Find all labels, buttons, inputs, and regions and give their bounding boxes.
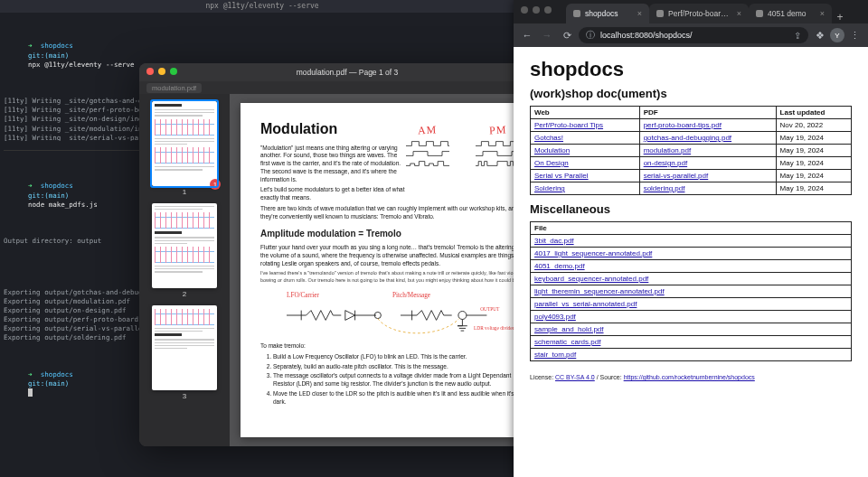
close-icon[interactable]: × — [820, 9, 825, 18]
favicon-icon — [656, 10, 664, 17]
doc-web-link[interactable]: Soldering — [534, 184, 565, 192]
browser-tab[interactable]: Perf/Proto-board Tips× — [649, 4, 749, 23]
doc-web-link[interactable]: Perf/Proto-board Tips — [534, 121, 603, 129]
table-row: Perf/Proto-board Tipsperf-proto-board-ti… — [531, 119, 852, 132]
doc-pdf-link[interactable]: on-design.pdf — [644, 159, 687, 167]
forward-button[interactable]: → — [539, 27, 555, 43]
doc-date: May 19, 2024 — [776, 170, 851, 182]
reload-button[interactable]: ⟳ — [559, 27, 575, 43]
doc-web-link[interactable]: On Design — [534, 159, 569, 167]
table-row: On Designon-design.pdfMay 19, 2024 — [531, 157, 852, 170]
license-link[interactable]: CC BY-SA 4.0 — [555, 374, 595, 380]
back-button[interactable]: ← — [519, 27, 535, 43]
browser-tab[interactable]: 4051 demo× — [749, 4, 832, 23]
file-link[interactable]: keyboard_sequencer-annotated.pdf — [534, 275, 648, 283]
svg-marker-0 — [345, 311, 355, 321]
doc-date: May 19, 2024 — [776, 132, 851, 145]
annotation-badge: 1 — [210, 179, 221, 190]
doc-pdf-link[interactable]: modulation.pdf — [644, 146, 691, 154]
pdf-thumb-2[interactable] — [152, 203, 217, 288]
table-row: 4017_light_sequencer-annotated.pdf — [531, 248, 852, 260]
pm-label: PM — [488, 123, 506, 138]
am-label: AM — [418, 122, 438, 137]
pdf-thumbnails[interactable]: 1 1 2 — [139, 94, 230, 446]
close-icon[interactable]: × — [637, 9, 642, 18]
file-link[interactable]: schematic_cards.pdf — [534, 338, 600, 346]
doc-date: May 19, 2024 — [776, 145, 851, 157]
doc-date: Nov 20, 2022 — [776, 119, 851, 132]
page-title: shopdocs — [530, 58, 852, 81]
doc-web-link[interactable]: Gotchas! — [534, 134, 563, 142]
browser-tab[interactable]: shopdocs× — [566, 4, 649, 23]
share-icon[interactable]: ⇪ — [794, 31, 801, 41]
file-link[interactable]: light_theremin_sequencer-annotated.pdf — [534, 287, 665, 295]
table-row: poly4093.pdf — [531, 311, 852, 323]
pdf-window-title: modulation.pdf — Page 1 of 3 — [297, 68, 398, 77]
new-tab-button[interactable]: + — [832, 11, 848, 23]
menu-icon[interactable]: ⋮ — [846, 27, 863, 43]
doc-web-link[interactable]: Serial vs Parallel — [534, 172, 589, 180]
sk-out-label: OUTPUT — [480, 306, 500, 312]
address-bar[interactable]: ⓘ localhost:8080/shopdocs/ ⇪ — [579, 27, 808, 43]
extensions-icon[interactable]: ❖ — [812, 27, 828, 43]
minimize-icon[interactable] — [533, 6, 540, 14]
pdf-page-view[interactable]: Modulation "Modulation" just means one t… — [230, 94, 555, 446]
table-row: sample_and_hold.pdf — [531, 323, 852, 336]
terminal-cursor — [28, 388, 33, 397]
file-link[interactable]: 4017_light_sequencer-annotated.pdf — [534, 249, 652, 257]
window-controls — [521, 6, 552, 14]
source-link[interactable]: https://github.com/rocketnumbernine/shop… — [624, 374, 755, 380]
terminal-title: npx @11ty/eleventy --serve — [205, 2, 318, 12]
close-icon[interactable] — [146, 68, 154, 75]
pdf-page-1: Modulation "Modulation" just means one t… — [241, 103, 544, 437]
pdf-thumb-3[interactable] — [152, 305, 217, 390]
browser-toolbar: ← → ⟳ ⓘ localhost:8080/shopdocs/ ⇪ ❖ Y ⋮ — [514, 23, 868, 47]
modulation-figures: AM PM — [397, 123, 528, 167]
sk-right-label: Pitch/Message — [392, 292, 430, 299]
terminal-titlebar: npx @11ty/eleventy --serve — [0, 0, 524, 13]
profile-avatar[interactable]: Y — [830, 28, 844, 42]
file-link[interactable]: stair_tom.pdf — [534, 351, 576, 359]
zoom-icon[interactable] — [544, 6, 552, 14]
close-icon[interactable] — [521, 6, 528, 14]
page-subtitle: (work)shop doc(ument)s — [530, 87, 852, 100]
pdf-thumb-1[interactable]: 1 — [152, 101, 217, 186]
pdf-preview-window: modulation.pdf — Page 1 of 3 modulation.… — [139, 63, 555, 446]
doc-pdf-link[interactable]: perf-proto-board-tips.pdf — [644, 121, 722, 129]
doc-pdf-link[interactable]: serial-vs-parallel.pdf — [644, 172, 709, 180]
subheading-tremolo: Amplitude modulation = Tremolo — [260, 228, 524, 240]
browser-viewport[interactable]: shopdocs (work)shop doc(ument)s Web PDF … — [514, 47, 868, 477]
zoom-icon[interactable] — [170, 68, 177, 75]
tremolo-steps-list: Build a Low Frequency Oscillator (LFO) t… — [273, 353, 524, 407]
table-row: 4051_demo.pdf — [531, 260, 852, 273]
file-link[interactable]: poly4093.pdf — [534, 313, 576, 321]
site-info-icon[interactable]: ⓘ — [586, 29, 595, 42]
browser-window: shopdocs×Perf/Proto-board Tips×4051 demo… — [514, 0, 868, 477]
url-text: localhost:8080/shopdocs/ — [600, 31, 788, 40]
table-row: schematic_cards.pdf — [531, 336, 852, 349]
doc-date: May 19, 2024 — [776, 182, 851, 195]
file-link[interactable]: sample_and_hold.pdf — [534, 325, 604, 333]
file-link[interactable]: 3bit_dac.pdf — [534, 237, 574, 245]
table-row: stair_tom.pdf — [531, 349, 852, 361]
list-item: Build a Low Frequency Oscillator (LFO) t… — [273, 353, 524, 361]
table-row: parallel_vs_serial-annotated.pdf — [531, 298, 852, 311]
table-row: Modulationmodulation.pdfMay 19, 2024 — [531, 145, 852, 157]
pdf-titlebar[interactable]: modulation.pdf — Page 1 of 3 — [139, 63, 555, 81]
file-link[interactable]: parallel_vs_serial-annotated.pdf — [534, 300, 637, 308]
pdf-search-field[interactable]: modulation.pdf — [146, 83, 202, 93]
sk-div-label: LDR voltage divider — [474, 325, 514, 331]
sk-left-label: LFO/Carrier — [287, 292, 320, 299]
doc-pdf-link[interactable]: gotchas-and-debugging.pdf — [644, 134, 731, 142]
doc-pdf-link[interactable]: soldering.pdf — [644, 184, 685, 192]
list-item: Separately, build an audio-rate pitch os… — [273, 363, 524, 371]
table-row: keyboard_sequencer-annotated.pdf — [531, 273, 852, 285]
favicon-icon — [756, 10, 763, 17]
minimize-icon[interactable] — [158, 68, 165, 75]
doc-web-link[interactable]: Modulation — [534, 146, 570, 154]
file-link[interactable]: 4051_demo.pdf — [534, 262, 585, 270]
table-row: Serial vs Parallelserial-vs-parallel.pdf… — [531, 170, 852, 182]
misc-heading: Miscellaneous — [530, 202, 852, 216]
license-line: License: CC BY-SA 4.0 / Source: https://… — [530, 374, 852, 380]
close-icon[interactable]: × — [737, 9, 741, 18]
